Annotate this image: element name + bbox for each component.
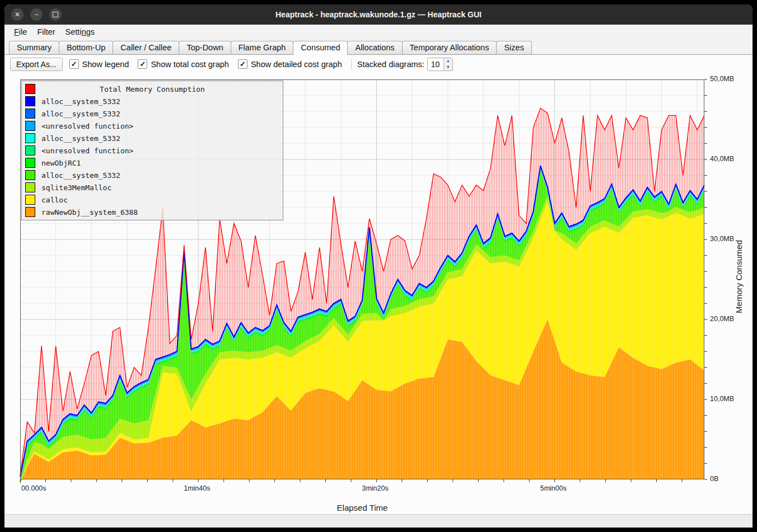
legend-item: alloc__system_5332 bbox=[22, 107, 283, 120]
checkmark-icon: ✓ bbox=[69, 59, 79, 69]
legend-item: alloc__system_5332 bbox=[22, 132, 283, 144]
legend-label: <unresolved function> bbox=[41, 147, 133, 155]
checkmark-icon: ✓ bbox=[238, 59, 247, 69]
legend-title: Total Memory Consumption bbox=[22, 85, 283, 93]
tab-summary[interactable]: Summary bbox=[9, 41, 59, 54]
legend-swatch bbox=[25, 195, 35, 205]
y-axis-title: Memory Consumed bbox=[734, 73, 744, 479]
stacked-diagrams-spinbox[interactable]: ▴ ▾ bbox=[427, 58, 453, 71]
legend-item: alloc__system_5332 bbox=[22, 95, 283, 107]
legend-title-row: Total Memory Consumption bbox=[22, 83, 283, 95]
toolbar: Export As... ✓Show legend✓Show total cos… bbox=[4, 55, 753, 73]
checkbox-label: Show legend bbox=[82, 60, 129, 69]
tab-bottom-up[interactable]: Bottom-Up bbox=[59, 41, 113, 54]
legend-label: alloc__system_5332 bbox=[41, 110, 120, 118]
legend-item: rawNewObj__system_6388 bbox=[22, 206, 283, 218]
checkbox-label: Show total cost graph bbox=[151, 60, 228, 69]
tab-caller-callee[interactable]: Caller / Callee bbox=[113, 41, 179, 54]
legend-swatch bbox=[25, 182, 35, 192]
legend-label: alloc__system_5332 bbox=[41, 134, 120, 143]
legend-item: sqlite3MemMalloc bbox=[22, 181, 283, 194]
legend-item: alloc__system_5332 bbox=[22, 169, 283, 181]
tab-top-down[interactable]: Top-Down bbox=[179, 41, 231, 54]
y-tick-label: 10,0MB bbox=[710, 395, 734, 403]
x-axis-title: Elapsed Time bbox=[20, 503, 704, 512]
legend-swatch bbox=[25, 133, 35, 143]
legend-label: sqlite3MemMalloc bbox=[41, 183, 111, 192]
legend-label: <unresolved function> bbox=[41, 122, 133, 130]
y-tick-label: 50,0MB bbox=[710, 75, 734, 83]
export-as-button[interactable]: Export As... bbox=[10, 58, 63, 71]
maximize-button[interactable] bbox=[49, 8, 62, 21]
menubar: FileFilterSettings bbox=[4, 25, 753, 39]
legend-label: rawNewObj__system_6388 bbox=[41, 208, 138, 216]
legend-item: <unresolved function> bbox=[22, 120, 283, 132]
close-button[interactable]: ✕ bbox=[11, 8, 24, 21]
y-tick-label: 20,0MB bbox=[710, 315, 734, 323]
spin-down-icon[interactable]: ▾ bbox=[444, 64, 452, 70]
legend-item: newObjRC1 bbox=[22, 157, 283, 169]
chart-legend: Total Memory Consumptionalloc__system_53… bbox=[21, 81, 283, 220]
maximize-icon bbox=[53, 12, 58, 17]
menu-filter[interactable]: Filter bbox=[32, 26, 60, 37]
tab-sizes[interactable]: Sizes bbox=[496, 41, 531, 54]
checkbox-group: ✓Show legend✓Show total cost graph✓Show … bbox=[69, 59, 351, 69]
x-tick-label: 5min00s bbox=[540, 484, 567, 492]
checkmark-icon: ✓ bbox=[138, 59, 147, 69]
window-title: Heaptrack - heaptrack.wakunode.1.gz — He… bbox=[4, 4, 753, 25]
titlebar: ✕− Heaptrack - heaptrack.wakunode.1.gz —… bbox=[4, 4, 753, 25]
y-tick-label: 40,0MB bbox=[710, 155, 734, 163]
spin-buttons: ▴ ▾ bbox=[443, 58, 452, 70]
legend-item: <unresolved function> bbox=[22, 144, 283, 157]
legend-label: newObjRC1 bbox=[41, 159, 81, 167]
toolbar-separator bbox=[351, 59, 352, 70]
tabbar: SummaryBottom-UpCaller / CalleeTop-DownF… bbox=[4, 39, 753, 55]
y-tick-label: 30,0MB bbox=[710, 235, 734, 243]
tab-temporary-allocations[interactable]: Temporary Allocations bbox=[402, 41, 497, 54]
legend-swatch bbox=[25, 109, 35, 119]
menu-file[interactable]: File bbox=[9, 26, 32, 37]
x-tick-label: 00.000s bbox=[21, 484, 46, 492]
tab-allocations[interactable]: Allocations bbox=[347, 41, 402, 54]
tab-flame-graph[interactable]: Flame Graph bbox=[231, 41, 294, 54]
window-controls: ✕− bbox=[11, 8, 62, 21]
desktop-background: ✕− Heaptrack - heaptrack.wakunode.1.gz —… bbox=[0, 0, 757, 532]
legend-swatch bbox=[25, 170, 35, 180]
checkbox-show-total-cost-graph[interactable]: ✓Show total cost graph bbox=[138, 59, 228, 69]
checkbox-label: Show detailed cost graph bbox=[251, 60, 342, 69]
legend-label: alloc__system_5332 bbox=[41, 171, 120, 180]
stacked-diagrams-label: Stacked diagrams: bbox=[357, 60, 424, 69]
stacked-diagrams-value[interactable] bbox=[428, 58, 443, 70]
legend-swatch bbox=[25, 145, 35, 156]
heaptrack-window: ✕− Heaptrack - heaptrack.wakunode.1.gz —… bbox=[4, 4, 753, 528]
legend-label: alloc__system_5332 bbox=[41, 97, 120, 106]
menu-settings[interactable]: Settings bbox=[60, 26, 100, 37]
spin-up-icon[interactable]: ▴ bbox=[444, 58, 452, 64]
y-tick-label: 0B bbox=[710, 475, 718, 483]
minimize-button[interactable]: − bbox=[30, 8, 43, 21]
tab-consumed[interactable]: Consumed bbox=[293, 41, 348, 55]
x-tick-label: 1min40s bbox=[184, 484, 210, 492]
checkbox-show-legend[interactable]: ✓Show legend bbox=[69, 59, 129, 69]
legend-label: calloc bbox=[41, 196, 68, 204]
legend-swatch bbox=[25, 207, 35, 217]
legend-swatch bbox=[25, 158, 35, 168]
statusbar bbox=[4, 514, 753, 528]
checkbox-show-detailed-cost-graph[interactable]: ✓Show detailed cost graph bbox=[238, 59, 342, 69]
legend-swatch bbox=[25, 121, 35, 131]
chart-region: 0B10,0MB20,0MB30,0MB40,0MB50,0MB 00.000s… bbox=[4, 73, 753, 514]
legend-item: calloc bbox=[22, 194, 283, 206]
x-tick-label: 3min20s bbox=[362, 484, 388, 492]
legend-swatch bbox=[25, 96, 35, 106]
